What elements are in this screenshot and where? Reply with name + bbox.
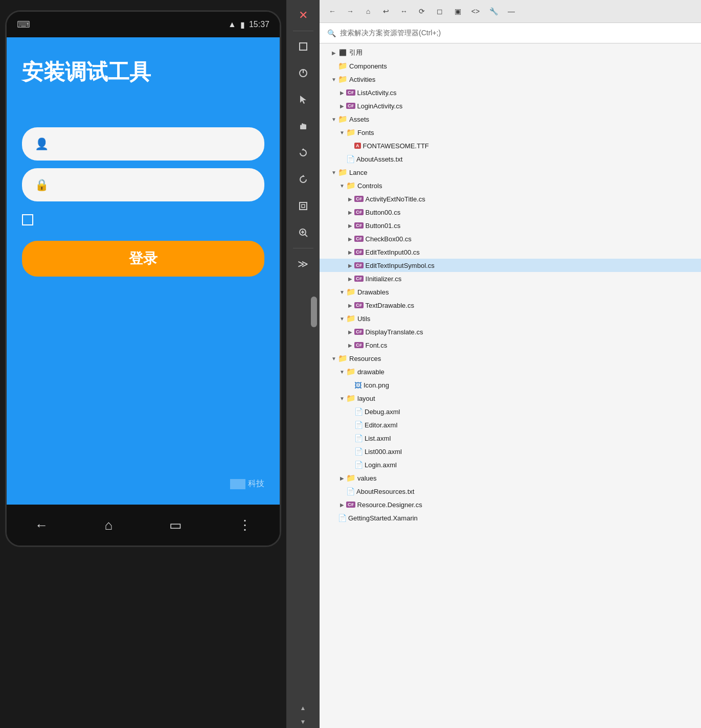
- button01-label: Button01.cs: [366, 222, 401, 230]
- scroll-up-arrow[interactable]: ▲: [289, 701, 317, 714]
- arrow-list: [346, 434, 354, 442]
- arrow-aboutassets: [338, 155, 346, 163]
- rotate-cw-button[interactable]: [289, 140, 317, 166]
- folder-assets-icon: 📁: [338, 115, 347, 124]
- sync-button[interactable]: ⟳: [414, 4, 429, 18]
- tree-item-list000[interactable]: 📄 List000.axml: [320, 445, 701, 458]
- tree-item-editor[interactable]: 📄 Editor.axml: [320, 418, 701, 431]
- tree-item-button01[interactable]: ▶ C# Button01.cs: [320, 219, 701, 232]
- arrow-drawables: ▼: [338, 288, 346, 296]
- close-button[interactable]: ✕: [289, 3, 317, 28]
- tree-item-resources[interactable]: ▼ 📁 Resources: [320, 352, 701, 365]
- cs-badge-displaytranslate: C#: [354, 329, 364, 335]
- cs-badge-resourcedesigner: C#: [346, 502, 355, 508]
- tree-item-aboutresources[interactable]: 📄 AboutResources.txt: [320, 485, 701, 498]
- tree-item-activityextnotitle[interactable]: ▶ C# ActivityExtNoTitle.cs: [320, 192, 701, 206]
- cursor-button[interactable]: [289, 87, 317, 112]
- tree-item-components[interactable]: 📁 Components: [320, 59, 701, 73]
- explorer-search-bar[interactable]: 🔍 搜索解决方案资源管理器(Ctrl+;): [320, 23, 701, 43]
- resourcedesigner-label: Resource.Designer.cs: [357, 501, 422, 509]
- folder-values-icon: 📁: [346, 473, 355, 483]
- tree-item-login[interactable]: 📄 Login.axml: [320, 458, 701, 471]
- iinitializer-label: IInitializer.cs: [366, 275, 402, 283]
- chevron-right-button[interactable]: ≫: [289, 251, 317, 277]
- menu-nav-icon[interactable]: ⋮: [238, 517, 252, 533]
- properties-button[interactable]: 🔧: [486, 4, 501, 18]
- arrow-layout: ▼: [338, 394, 346, 402]
- tree-item-font[interactable]: ▶ C# Font.cs: [320, 338, 701, 352]
- arrow-edittextinputsymbol: ▶: [346, 261, 354, 269]
- doc-badge-list000: 📄: [354, 447, 363, 456]
- company-watermark: 科技: [22, 479, 264, 489]
- nav-home-button[interactable]: ⌂: [360, 4, 376, 18]
- code-view-button[interactable]: <>: [468, 4, 483, 18]
- tree-item-assets[interactable]: ▼ 📁 Assets: [320, 112, 701, 126]
- gettingstarted-label: GettingStarted.Xamarin: [348, 514, 418, 522]
- refresh-button[interactable]: ↔: [396, 4, 412, 18]
- time-display: 15:37: [249, 20, 269, 29]
- tree-item-aboutassets[interactable]: 📄 AboutAssets.txt: [320, 152, 701, 166]
- button00-label: Button00.cs: [366, 209, 401, 216]
- tree-item-lance[interactable]: ▼ 📁 Lance: [320, 166, 701, 179]
- tree-item-displaytranslate[interactable]: ▶ C# DisplayTranslate.cs: [320, 325, 701, 338]
- tree-item-listactivity[interactable]: ▶ C# ListActivity.cs: [320, 86, 701, 99]
- svg-rect-11: [300, 202, 307, 210]
- tree-item-icon[interactable]: 🖼 Icon.png: [320, 378, 701, 392]
- square-button[interactable]: [289, 34, 317, 59]
- tree-item-layout[interactable]: ▼ 📁 layout: [320, 392, 701, 405]
- power-button[interactable]: [289, 60, 317, 86]
- tree-item-values[interactable]: ▶ 📁 values: [320, 471, 701, 485]
- img-badge-icon: 🖼: [354, 381, 362, 390]
- remember-checkbox[interactable]: [22, 214, 33, 225]
- tree-item-activities[interactable]: ▼ 📁 Activities: [320, 73, 701, 86]
- tree-item-fontawesome[interactable]: A FONTAWESOME.TTF: [320, 139, 701, 152]
- nav-back-button[interactable]: ←: [325, 4, 340, 18]
- minimize-button[interactable]: —: [504, 4, 519, 18]
- nav-forward-button[interactable]: →: [343, 4, 358, 18]
- cs-badge-listactivity: C#: [346, 89, 355, 96]
- expand-all-button[interactable]: ◻: [432, 4, 447, 18]
- tree-item-resourcedesigner[interactable]: ▶ C# Resource.Designer.cs: [320, 498, 701, 511]
- undo-button[interactable]: ↩: [378, 4, 394, 18]
- tree-item-utils[interactable]: ▼ 📁 Utils: [320, 312, 701, 325]
- tree-item-checkbox00[interactable]: ▶ C# CheckBox00.cs: [320, 232, 701, 245]
- scroll-down-arrow[interactable]: ▼: [289, 715, 317, 728]
- tree-item-loginactivity[interactable]: ▶ C# LoginActivity.cs: [320, 99, 701, 112]
- drawables-label: Drawables: [357, 288, 389, 296]
- collapse-button[interactable]: ▣: [450, 4, 465, 18]
- frame-button[interactable]: [289, 193, 317, 219]
- phone-status-bar: ⌨ ▲ ▮ 15:37: [7, 12, 280, 37]
- tree-item-references[interactable]: ▶ ⬛ 引用: [320, 46, 701, 59]
- tree-item-fonts[interactable]: ▼ 📁 Fonts: [320, 126, 701, 139]
- tree-item-gettingstarted[interactable]: 📄 GettingStarted.Xamarin: [320, 511, 701, 525]
- hand-button[interactable]: [289, 113, 317, 139]
- cs-badge-checkbox00: C#: [354, 236, 364, 242]
- rotate-ccw-button[interactable]: [289, 167, 317, 192]
- arrow-resources: ▼: [330, 354, 338, 362]
- back-nav-icon[interactable]: ←: [35, 517, 48, 533]
- zoom-button[interactable]: [289, 220, 317, 245]
- tree-item-edittextinput00[interactable]: ▶ C# EditTextInput00.cs: [320, 245, 701, 259]
- arrow-resourcedesigner: ▶: [338, 500, 346, 509]
- tree-item-iinitializer[interactable]: ▶ C# IInitializer.cs: [320, 272, 701, 285]
- icon-label: Icon.png: [364, 381, 389, 389]
- tree-item-controls[interactable]: ▼ 📁 Controls: [320, 179, 701, 192]
- tree-item-drawable[interactable]: ▼ 📁 drawable: [320, 365, 701, 378]
- password-field[interactable]: 🔒: [22, 168, 264, 201]
- username-field[interactable]: 👤: [22, 127, 264, 161]
- tree-item-edittextinputsymbol[interactable]: ▶ C# EditTextInputSymbol.cs: [320, 259, 701, 272]
- tree-item-list[interactable]: 📄 List.axml: [320, 431, 701, 445]
- arrow-edittextinput00: ▶: [346, 248, 354, 256]
- svg-marker-10: [302, 175, 305, 177]
- tree-item-textdrawable[interactable]: ▶ C# TextDrawable.cs: [320, 299, 701, 312]
- textdrawable-label: TextDrawable.cs: [366, 302, 414, 309]
- home-nav-icon[interactable]: ⌂: [104, 517, 112, 533]
- scrollbar-indicator[interactable]: [311, 297, 317, 327]
- tree-item-debug[interactable]: 📄 Debug.axml: [320, 405, 701, 418]
- recents-nav-icon[interactable]: ▭: [169, 517, 182, 533]
- tree-item-drawables[interactable]: ▼ 📁 Drawables: [320, 285, 701, 299]
- tree-item-button00[interactable]: ▶ C# Button00.cs: [320, 206, 701, 219]
- components-label: Components: [349, 62, 387, 70]
- cs-badge-edittextinputsymbol: C#: [354, 262, 364, 268]
- login-button[interactable]: 登录: [22, 241, 264, 277]
